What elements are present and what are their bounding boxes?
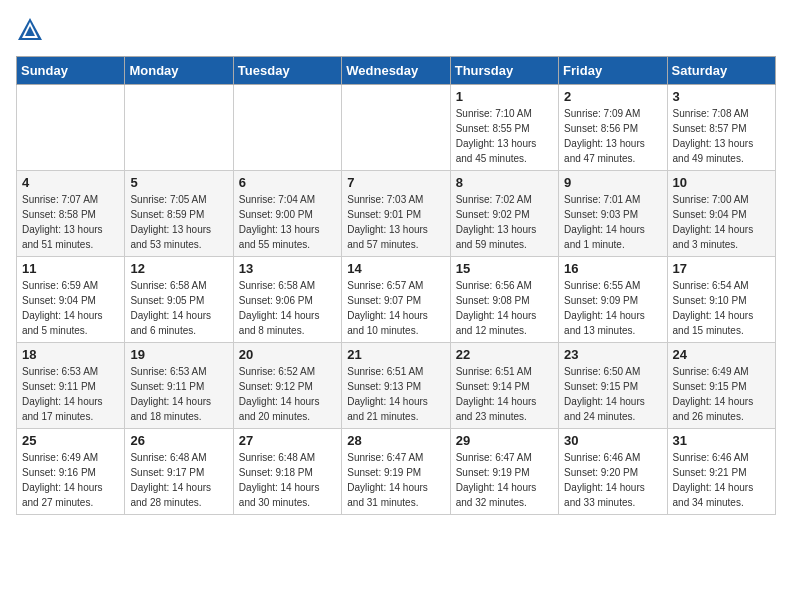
day-number: 21	[347, 347, 444, 362]
day-info: Sunrise: 7:03 AMSunset: 9:01 PMDaylight:…	[347, 192, 444, 252]
day-info: Sunrise: 6:53 AMSunset: 9:11 PMDaylight:…	[130, 364, 227, 424]
calendar-cell: 13Sunrise: 6:58 AMSunset: 9:06 PMDayligh…	[233, 257, 341, 343]
day-info: Sunrise: 6:58 AMSunset: 9:05 PMDaylight:…	[130, 278, 227, 338]
day-info: Sunrise: 6:51 AMSunset: 9:14 PMDaylight:…	[456, 364, 553, 424]
day-number: 2	[564, 89, 661, 104]
page-header	[16, 16, 776, 44]
day-number: 22	[456, 347, 553, 362]
day-info: Sunrise: 7:01 AMSunset: 9:03 PMDaylight:…	[564, 192, 661, 252]
calendar-cell: 26Sunrise: 6:48 AMSunset: 9:17 PMDayligh…	[125, 429, 233, 515]
day-number: 24	[673, 347, 770, 362]
day-number: 23	[564, 347, 661, 362]
calendar-cell: 6Sunrise: 7:04 AMSunset: 9:00 PMDaylight…	[233, 171, 341, 257]
calendar-cell: 2Sunrise: 7:09 AMSunset: 8:56 PMDaylight…	[559, 85, 667, 171]
day-number: 13	[239, 261, 336, 276]
calendar-week-row: 4Sunrise: 7:07 AMSunset: 8:58 PMDaylight…	[17, 171, 776, 257]
calendar-cell: 4Sunrise: 7:07 AMSunset: 8:58 PMDaylight…	[17, 171, 125, 257]
calendar-cell: 24Sunrise: 6:49 AMSunset: 9:15 PMDayligh…	[667, 343, 775, 429]
day-info: Sunrise: 6:46 AMSunset: 9:20 PMDaylight:…	[564, 450, 661, 510]
calendar-cell: 7Sunrise: 7:03 AMSunset: 9:01 PMDaylight…	[342, 171, 450, 257]
day-number: 3	[673, 89, 770, 104]
header-monday: Monday	[125, 57, 233, 85]
calendar-cell: 15Sunrise: 6:56 AMSunset: 9:08 PMDayligh…	[450, 257, 558, 343]
day-number: 12	[130, 261, 227, 276]
day-number: 20	[239, 347, 336, 362]
day-number: 4	[22, 175, 119, 190]
day-info: Sunrise: 6:53 AMSunset: 9:11 PMDaylight:…	[22, 364, 119, 424]
calendar-week-row: 1Sunrise: 7:10 AMSunset: 8:55 PMDaylight…	[17, 85, 776, 171]
day-info: Sunrise: 7:02 AMSunset: 9:02 PMDaylight:…	[456, 192, 553, 252]
calendar-cell: 3Sunrise: 7:08 AMSunset: 8:57 PMDaylight…	[667, 85, 775, 171]
day-info: Sunrise: 7:10 AMSunset: 8:55 PMDaylight:…	[456, 106, 553, 166]
calendar-cell: 8Sunrise: 7:02 AMSunset: 9:02 PMDaylight…	[450, 171, 558, 257]
day-number: 14	[347, 261, 444, 276]
header-saturday: Saturday	[667, 57, 775, 85]
day-info: Sunrise: 6:57 AMSunset: 9:07 PMDaylight:…	[347, 278, 444, 338]
calendar-cell	[233, 85, 341, 171]
calendar-cell: 16Sunrise: 6:55 AMSunset: 9:09 PMDayligh…	[559, 257, 667, 343]
day-number: 15	[456, 261, 553, 276]
day-number: 11	[22, 261, 119, 276]
calendar-cell: 27Sunrise: 6:48 AMSunset: 9:18 PMDayligh…	[233, 429, 341, 515]
day-info: Sunrise: 6:52 AMSunset: 9:12 PMDaylight:…	[239, 364, 336, 424]
day-info: Sunrise: 6:49 AMSunset: 9:16 PMDaylight:…	[22, 450, 119, 510]
logo-icon	[16, 16, 44, 44]
day-number: 27	[239, 433, 336, 448]
calendar-cell: 5Sunrise: 7:05 AMSunset: 8:59 PMDaylight…	[125, 171, 233, 257]
day-info: Sunrise: 6:46 AMSunset: 9:21 PMDaylight:…	[673, 450, 770, 510]
header-sunday: Sunday	[17, 57, 125, 85]
day-info: Sunrise: 7:04 AMSunset: 9:00 PMDaylight:…	[239, 192, 336, 252]
day-number: 25	[22, 433, 119, 448]
day-info: Sunrise: 7:07 AMSunset: 8:58 PMDaylight:…	[22, 192, 119, 252]
day-info: Sunrise: 6:48 AMSunset: 9:18 PMDaylight:…	[239, 450, 336, 510]
day-number: 28	[347, 433, 444, 448]
day-number: 7	[347, 175, 444, 190]
calendar-cell: 29Sunrise: 6:47 AMSunset: 9:19 PMDayligh…	[450, 429, 558, 515]
day-number: 9	[564, 175, 661, 190]
calendar-cell	[342, 85, 450, 171]
day-info: Sunrise: 7:08 AMSunset: 8:57 PMDaylight:…	[673, 106, 770, 166]
header-friday: Friday	[559, 57, 667, 85]
day-number: 26	[130, 433, 227, 448]
calendar-cell: 17Sunrise: 6:54 AMSunset: 9:10 PMDayligh…	[667, 257, 775, 343]
day-number: 1	[456, 89, 553, 104]
day-info: Sunrise: 6:47 AMSunset: 9:19 PMDaylight:…	[347, 450, 444, 510]
calendar-cell: 19Sunrise: 6:53 AMSunset: 9:11 PMDayligh…	[125, 343, 233, 429]
day-number: 30	[564, 433, 661, 448]
day-number: 16	[564, 261, 661, 276]
logo	[16, 16, 48, 44]
calendar-cell: 12Sunrise: 6:58 AMSunset: 9:05 PMDayligh…	[125, 257, 233, 343]
calendar-cell: 9Sunrise: 7:01 AMSunset: 9:03 PMDaylight…	[559, 171, 667, 257]
calendar-cell: 22Sunrise: 6:51 AMSunset: 9:14 PMDayligh…	[450, 343, 558, 429]
calendar-week-row: 18Sunrise: 6:53 AMSunset: 9:11 PMDayligh…	[17, 343, 776, 429]
calendar-cell: 30Sunrise: 6:46 AMSunset: 9:20 PMDayligh…	[559, 429, 667, 515]
calendar-cell: 23Sunrise: 6:50 AMSunset: 9:15 PMDayligh…	[559, 343, 667, 429]
day-number: 6	[239, 175, 336, 190]
day-number: 17	[673, 261, 770, 276]
day-info: Sunrise: 7:00 AMSunset: 9:04 PMDaylight:…	[673, 192, 770, 252]
day-info: Sunrise: 7:05 AMSunset: 8:59 PMDaylight:…	[130, 192, 227, 252]
calendar-cell: 10Sunrise: 7:00 AMSunset: 9:04 PMDayligh…	[667, 171, 775, 257]
calendar-cell: 11Sunrise: 6:59 AMSunset: 9:04 PMDayligh…	[17, 257, 125, 343]
day-number: 29	[456, 433, 553, 448]
day-info: Sunrise: 6:48 AMSunset: 9:17 PMDaylight:…	[130, 450, 227, 510]
day-number: 10	[673, 175, 770, 190]
day-info: Sunrise: 6:51 AMSunset: 9:13 PMDaylight:…	[347, 364, 444, 424]
calendar-cell: 14Sunrise: 6:57 AMSunset: 9:07 PMDayligh…	[342, 257, 450, 343]
calendar-cell: 21Sunrise: 6:51 AMSunset: 9:13 PMDayligh…	[342, 343, 450, 429]
header-wednesday: Wednesday	[342, 57, 450, 85]
day-info: Sunrise: 6:47 AMSunset: 9:19 PMDaylight:…	[456, 450, 553, 510]
day-number: 5	[130, 175, 227, 190]
calendar-week-row: 25Sunrise: 6:49 AMSunset: 9:16 PMDayligh…	[17, 429, 776, 515]
calendar-cell: 31Sunrise: 6:46 AMSunset: 9:21 PMDayligh…	[667, 429, 775, 515]
day-number: 8	[456, 175, 553, 190]
calendar-cell: 18Sunrise: 6:53 AMSunset: 9:11 PMDayligh…	[17, 343, 125, 429]
header-tuesday: Tuesday	[233, 57, 341, 85]
day-number: 18	[22, 347, 119, 362]
calendar-cell: 20Sunrise: 6:52 AMSunset: 9:12 PMDayligh…	[233, 343, 341, 429]
calendar-week-row: 11Sunrise: 6:59 AMSunset: 9:04 PMDayligh…	[17, 257, 776, 343]
header-thursday: Thursday	[450, 57, 558, 85]
calendar-table: SundayMondayTuesdayWednesdayThursdayFrid…	[16, 56, 776, 515]
day-number: 31	[673, 433, 770, 448]
day-info: Sunrise: 6:59 AMSunset: 9:04 PMDaylight:…	[22, 278, 119, 338]
